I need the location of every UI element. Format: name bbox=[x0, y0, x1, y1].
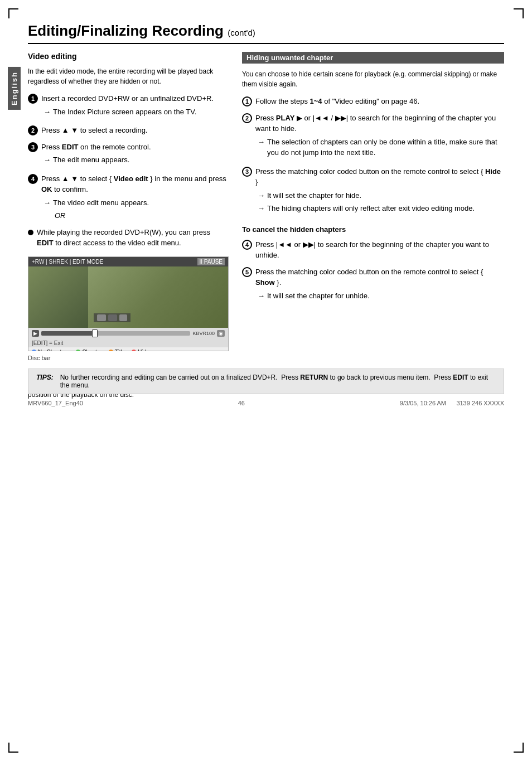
disc-bar-top: +RW | SHREK | EDIT MODE II PAUSE bbox=[28, 257, 228, 266]
dot-orange bbox=[109, 350, 113, 351]
dot-blue bbox=[32, 350, 36, 351]
footer-left: MRV660_17_Eng40 bbox=[28, 400, 83, 406]
disc-bar-icons: ▶ KBVR100 ◉ bbox=[28, 328, 228, 339]
cancel-step-5: 5 Press the matching color coded button … bbox=[242, 266, 504, 304]
disc-bar-legend: No Chapters Chapter Title Hide bbox=[28, 347, 228, 351]
scene-left bbox=[28, 266, 88, 328]
step-1-note: The Index Picture screen appears on the … bbox=[41, 106, 229, 118]
hiding-step-num-2: 2 bbox=[242, 113, 252, 123]
hiding-step-2-note1: The selection of chapters can only be do… bbox=[255, 137, 504, 158]
hiding-step-3-note2: The hiding chapters will only reflect af… bbox=[255, 203, 504, 214]
legend-title: Title bbox=[109, 349, 125, 351]
tips-box: TIPS: No further recording and editing c… bbox=[28, 369, 504, 394]
disc-bar-image: +RW | SHREK | EDIT MODE II PAUSE bbox=[28, 256, 229, 351]
step-4-note: The video edit menu appears. bbox=[41, 197, 229, 209]
bullet-step: While playing the recorded DVD+R(W), you… bbox=[28, 227, 229, 249]
edit-icon: ▶ bbox=[32, 330, 39, 337]
tips-label: TIPS: bbox=[36, 374, 54, 389]
hiding-chapter-section: Hiding unwanted chapter You can choose t… bbox=[242, 52, 504, 400]
bullet-icon bbox=[28, 230, 33, 235]
step-2-text: Press ▲ ▼ to select a recording. bbox=[41, 126, 147, 134]
hiding-step-num-1: 1 bbox=[242, 96, 252, 106]
step-3: 3 Press EDIT on the remote control. The … bbox=[28, 142, 229, 168]
step-4-text: Press ▲ ▼ to select { Video edit } in th… bbox=[41, 175, 226, 194]
legend-no-chapters: No Chapters bbox=[32, 349, 69, 351]
hiding-step-2: 2 Press PLAY ▶ or |◄◄ / ▶▶| to search fo… bbox=[242, 113, 504, 161]
step-2: 2 Press ▲ ▼ to select a recording. bbox=[28, 125, 229, 136]
page-title: Editing/Finalizing Recording (cont'd) bbox=[28, 22, 504, 44]
icon-3 bbox=[119, 314, 127, 321]
step-3-text: Press EDIT on the remote control. bbox=[41, 143, 151, 151]
cancel-step-num-5: 5 bbox=[242, 267, 252, 277]
corner-mark-bl bbox=[8, 743, 18, 753]
footer-center: 46 bbox=[238, 400, 245, 406]
step-1-text: Insert a recorded DVD+RW or an unfinaliz… bbox=[41, 94, 214, 103]
icon-2 bbox=[108, 314, 117, 321]
disc-bar-scene bbox=[28, 266, 228, 328]
disc-bar-caption: Disc bar bbox=[28, 355, 229, 361]
disc-bar-status: II PAUSE bbox=[197, 258, 225, 265]
hiding-step-2-text: Press PLAY ▶ or |◄◄ / ▶▶| to search for … bbox=[255, 114, 496, 133]
cancel-step-num-4: 4 bbox=[242, 240, 252, 250]
hiding-chapter-intro: You can choose to hide certain scene for… bbox=[242, 69, 504, 89]
step-3-note: The edit menu appears. bbox=[41, 154, 229, 166]
hiding-step-num-3: 3 bbox=[242, 167, 252, 177]
or-label: OR bbox=[55, 210, 229, 221]
tips-text: No further recording and editing can be … bbox=[60, 374, 496, 389]
footer-right: 9/3/05, 10:26 AM 3139 246 XXXXX bbox=[400, 400, 504, 406]
bullet-step-text: While playing the recorded DVD+R(W), you… bbox=[37, 228, 210, 248]
hiding-step-1-text: Follow the steps 1~4 of "Video editing" … bbox=[255, 97, 419, 105]
hiding-step-3-text: Press the matching color coded button on… bbox=[255, 167, 501, 187]
dot-red bbox=[132, 350, 136, 351]
step-num-4: 4 bbox=[28, 174, 38, 184]
timeline-bar bbox=[41, 331, 190, 336]
page-footer: MRV660_17_Eng40 46 9/3/05, 10:26 AM 3139… bbox=[28, 400, 504, 406]
step-num-2: 2 bbox=[28, 125, 38, 135]
kbvr-label: KBVR100 bbox=[192, 331, 215, 336]
timeline-marker bbox=[92, 329, 98, 337]
hiding-chapter-title: Hiding unwanted chapter bbox=[242, 52, 504, 64]
disc-bar-mode-label: +RW | SHREK | EDIT MODE bbox=[32, 259, 103, 265]
legend-hide: Hide bbox=[132, 349, 149, 351]
step-4: 4 Press ▲ ▼ to select { Video edit } in … bbox=[28, 173, 229, 221]
hiding-step-3: 3 Press the matching color coded button … bbox=[242, 166, 504, 216]
step-num-1: 1 bbox=[28, 94, 38, 104]
step-num-3: 3 bbox=[28, 142, 38, 152]
video-editing-intro: In the edit video mode, the entire recor… bbox=[28, 66, 229, 86]
dot-green bbox=[76, 350, 80, 351]
timeline-fill bbox=[41, 331, 94, 336]
scene-main bbox=[88, 266, 228, 328]
icon-box-right: ◉ bbox=[217, 330, 225, 337]
legend-chapter: Chapter bbox=[76, 349, 102, 351]
edit-exit-label: [EDIT] = Exit bbox=[28, 339, 228, 347]
cancel-step-5-note: It will set the chapter for unhide. bbox=[255, 290, 504, 302]
hiding-step-3-note1: It will set the chapter for hide. bbox=[255, 190, 504, 201]
corner-mark-br bbox=[514, 743, 524, 753]
video-editing-title: Video editing bbox=[28, 52, 229, 61]
step-1: 1 Insert a recorded DVD+RW or an unfinal… bbox=[28, 93, 229, 119]
cancel-step-4-text: Press |◄◄ or ▶▶| to search for the begin… bbox=[255, 240, 489, 260]
icon-1 bbox=[97, 314, 106, 321]
cancel-step-5-text: Press the matching color coded button on… bbox=[255, 268, 483, 287]
hiding-step-1: 1 Follow the steps 1~4 of "Video editing… bbox=[242, 96, 504, 107]
scene-icon-row bbox=[94, 313, 130, 322]
to-cancel-title: To cancel the hidden chapters bbox=[242, 225, 504, 234]
cancel-step-4: 4 Press |◄◄ or ▶▶| to search for the beg… bbox=[242, 239, 504, 261]
video-editing-section: Video editing In the edit video mode, th… bbox=[28, 52, 229, 400]
